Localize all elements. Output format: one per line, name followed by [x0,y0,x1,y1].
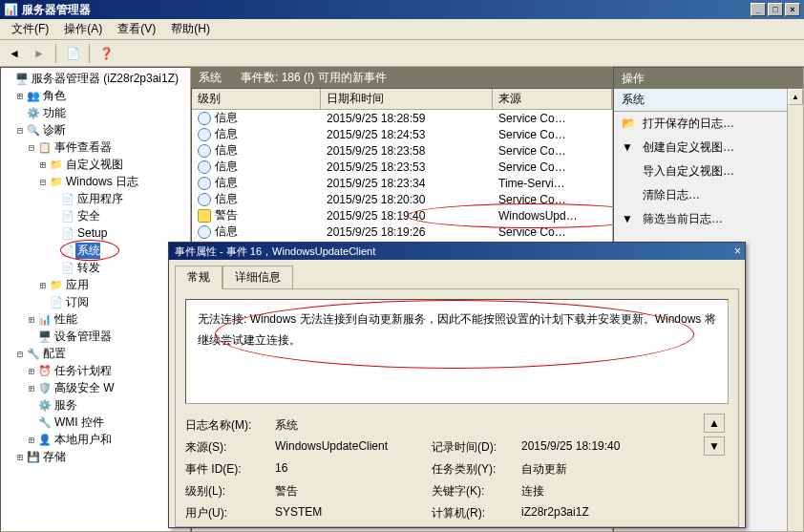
tree-security[interactable]: 安全 [75,208,100,224]
event-row[interactable]: 信息2015/9/25 18:23:53Service Co… [192,159,612,175]
lbl-computer: 计算机(R): [432,505,518,521]
val-keywords: 连接 [521,483,729,500]
action-item[interactable]: 📂打开保存的日志… [614,112,803,136]
tree-forwarded[interactable]: 转发 [75,260,100,276]
tree-root[interactable]: 服务器管理器 (iZ28r2p3ai1Z) [30,71,179,87]
tree-advanced-security[interactable]: 高级安全 W [53,380,115,396]
event-row[interactable]: 信息2015/9/25 18:23:58Service Co… [192,142,612,159]
action-item[interactable]: 导入自定义视图… [614,160,803,183]
up-button[interactable]: 📄 [62,43,83,64]
lbl-event-id: 事件 ID(E): [185,461,271,478]
info-icon [198,112,211,125]
event-properties-dialog: 事件属性 - 事件 16，WindowsUpdateClient × 常规 详细… [168,242,746,528]
val-source: WindowsUpdateClient [275,439,428,456]
val-level: 警告 [275,483,428,500]
action-label: 导入自定义视图… [643,163,734,180]
info-icon [198,193,211,206]
info-icon [198,144,211,158]
tree-task-scheduler[interactable]: 任务计划程 [53,363,112,379]
info-icon [198,160,211,174]
tab-general[interactable]: 常规 [175,266,222,289]
val-event-id: 16 [275,461,428,478]
forward-button[interactable]: ► [29,43,50,64]
event-count: 事件数: 186 (!) 可用的新事件 [241,70,387,86]
tree-services[interactable]: 服务 [53,397,77,414]
warning-icon [198,209,211,223]
event-message: 无法连接: Windows 无法连接到自动更新服务，因此不能按照设置的计划下载并… [185,299,729,404]
app-icon: 📊 [4,3,18,16]
tree-windows-logs[interactable]: Windows 日志 [64,174,138,190]
event-row[interactable]: 警告2015/9/25 18:19:40WindowsUpd… [192,207,612,223]
event-row[interactable]: 信息2015/9/25 18:24:53Service Co… [192,126,612,142]
scroll-up-button[interactable]: ▲ [788,89,803,105]
action-item[interactable]: 清除日志… [614,183,803,207]
lbl-keywords: 关键字(K): [432,483,518,500]
list-heading: 系统 [199,70,222,86]
action-icon: ▼ [622,140,637,156]
tree-storage[interactable]: 存储 [41,449,66,465]
close-button[interactable]: × [785,3,800,16]
dialog-title: 事件属性 - 事件 16，WindowsUpdateClient [173,245,734,259]
action-icon: ▼ [622,212,637,227]
menu-action[interactable]: 操作(A) [56,19,110,39]
col-source[interactable]: 来源 [493,89,612,109]
prev-event-button[interactable]: ▲ [704,414,725,433]
info-icon [198,177,211,190]
actions-scrollbar[interactable]: ▲ [787,89,803,531]
back-button[interactable]: ◄ [4,43,25,64]
lbl-level: 级别(L): [185,483,271,500]
menu-file[interactable]: 文件(F) [4,19,56,39]
tree-diagnostics[interactable]: 诊断 [41,122,66,138]
tab-details[interactable]: 详细信息 [222,266,293,288]
actions-subheading: 系统 [614,89,803,112]
tree-custom-views[interactable]: 自定义视图 [64,157,123,173]
tree-local-users[interactable]: 本地用户和 [53,432,112,448]
tree-wmi[interactable]: WMI 控件 [53,415,104,431]
info-icon [198,225,211,239]
col-level[interactable]: 级别 [192,89,321,109]
action-icon [622,164,637,180]
dialog-close-button[interactable]: × [734,245,741,258]
action-icon [622,188,637,203]
tree-system[interactable]: 系统 [75,243,100,259]
window-title: 服务器管理器 [18,2,751,18]
event-row[interactable]: 信息2015/9/25 18:23:34Time-Servi… [192,175,612,191]
val-log-name: 系统 [275,417,729,434]
info-icon [198,128,211,141]
toolbar: ◄ ► 📄 ❓ [0,40,804,67]
tree-application[interactable]: 应用程序 [75,191,123,207]
list-header-bar: 系统 事件数: 186 (!) 可用的新事件 [191,67,613,88]
lbl-user: 用户(U): [185,505,271,521]
tree-configuration[interactable]: 配置 [41,346,66,362]
lbl-log-name: 日志名称(M): [185,417,271,434]
col-datetime[interactable]: 日期和时间 [321,89,493,109]
maximize-button[interactable]: □ [768,3,783,16]
lbl-logged: 记录时间(D): [432,439,518,456]
menu-view[interactable]: 查看(V) [110,19,163,39]
next-event-button[interactable]: ▼ [704,436,725,456]
minimize-button[interactable]: _ [751,3,766,16]
action-label: 清除日志… [643,187,700,203]
tree-setup[interactable]: Setup [75,226,107,240]
nav-tree[interactable]: 🖥️服务器管理器 (iZ28r2p3ai1Z) ⊞👥角色 ⚙️功能 ⊟🔍诊断 ⊟… [0,67,191,532]
menubar: 文件(F) 操作(A) 查看(V) 帮助(H) [0,19,804,40]
tree-event-viewer[interactable]: 事件查看器 [53,139,112,156]
event-row[interactable]: 信息2015/9/25 18:28:59Service Co… [192,110,612,126]
action-label: 创建自定义视图… [643,139,734,156]
tree-subscriptions[interactable]: 订阅 [64,294,89,310]
tree-roles[interactable]: 角色 [41,88,66,104]
lbl-source: 来源(S): [185,439,271,456]
tree-app-services[interactable]: 应用 [64,277,89,293]
tree-performance[interactable]: 性能 [53,311,77,328]
tree-device-manager[interactable]: 设备管理器 [53,329,112,345]
val-computer: iZ28r2p3ai1Z [521,505,729,521]
action-item[interactable]: ▼筛选当前日志… [614,207,803,231]
tree-features[interactable]: 功能 [41,105,66,121]
action-label: 筛选当前日志… [643,211,723,227]
lbl-task-cat: 任务类别(Y): [432,461,518,478]
val-task-cat: 自动更新 [521,461,729,478]
help-button[interactable]: ❓ [95,43,116,64]
action-item[interactable]: ▼创建自定义视图… [614,136,803,160]
action-label: 打开保存的日志… [643,116,734,132]
menu-help[interactable]: 帮助(H) [163,19,218,39]
